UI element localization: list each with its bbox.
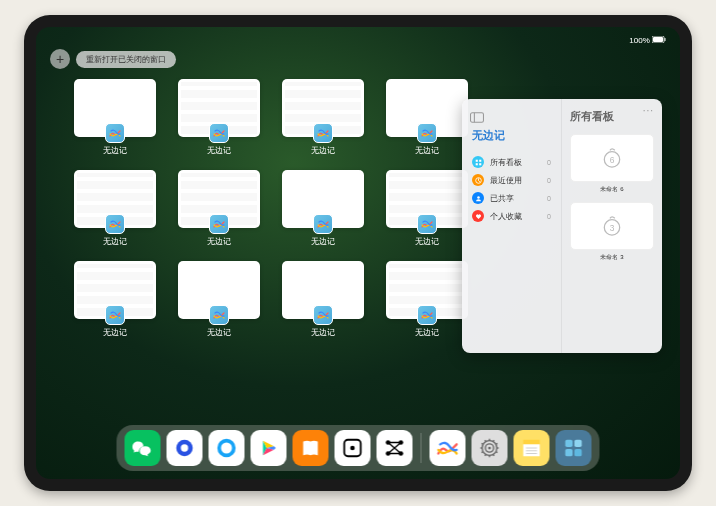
svg-point-10 (477, 196, 480, 199)
new-window-button[interactable]: + (50, 49, 70, 69)
nav-count: 0 (547, 159, 551, 166)
dock-play-icon[interactable] (251, 430, 287, 466)
board-item[interactable]: 6未命名 6 (570, 134, 654, 194)
window-label: 无边记 (103, 236, 127, 247)
reopen-closed-window-button[interactable]: 重新打开已关闭的窗口 (76, 51, 176, 68)
svg-rect-44 (565, 440, 572, 447)
svg-text:6: 6 (610, 155, 615, 165)
window-thumbnail[interactable]: 无边记 (386, 79, 468, 156)
window-thumbnail[interactable]: 无边记 (386, 170, 468, 247)
freeform-app-icon (417, 305, 437, 325)
dock-notes-icon[interactable] (514, 430, 550, 466)
dock (117, 425, 600, 471)
window-thumbnail[interactable]: 无边记 (74, 79, 156, 156)
window-preview (178, 79, 260, 137)
svg-rect-1 (653, 37, 663, 42)
freeform-app-icon (105, 305, 125, 325)
svg-rect-8 (479, 163, 481, 165)
svg-point-26 (488, 447, 491, 450)
freeform-app-icon (105, 214, 125, 234)
nav-label: 最近使用 (490, 175, 522, 186)
svg-rect-3 (471, 113, 484, 122)
svg-line-31 (485, 454, 486, 456)
nav-label: 所有看板 (490, 157, 522, 168)
window-preview (386, 261, 468, 319)
freeform-app-icon (313, 123, 333, 143)
nav-label: 个人收藏 (490, 211, 522, 222)
svg-rect-46 (565, 449, 572, 456)
window-thumbnail[interactable]: 无边记 (282, 261, 364, 338)
sidebar-item-个人收藏[interactable]: 个人收藏0 (470, 207, 553, 225)
window-thumbnail[interactable]: 无边记 (178, 79, 260, 156)
svg-line-37 (493, 440, 494, 442)
nav-count: 0 (547, 177, 551, 184)
nav-icon (472, 210, 484, 222)
window-preview (386, 170, 468, 228)
top-controls: + 重新打开已关闭的窗口 (50, 49, 176, 69)
board-item[interactable]: 3未命名 3 (570, 202, 654, 262)
freeform-app-icon (417, 214, 437, 234)
window-label: 无边记 (103, 327, 127, 338)
nav-icon (472, 192, 484, 204)
dock-books-icon[interactable] (293, 430, 329, 466)
dock-dice-icon[interactable] (335, 430, 371, 466)
svg-text:3: 3 (610, 223, 615, 233)
svg-rect-5 (475, 159, 477, 161)
window-label: 无边记 (311, 236, 335, 247)
svg-rect-2 (665, 38, 666, 41)
dock-wechat-icon[interactable] (125, 430, 161, 466)
window-label: 无边记 (311, 145, 335, 156)
window-thumbnail[interactable]: 无边记 (74, 170, 156, 247)
nav-label: 已共享 (490, 193, 514, 204)
panel-more-icon[interactable]: ··· (643, 105, 654, 116)
freeform-app-icon (209, 214, 229, 234)
window-thumbnail[interactable]: 无边记 (74, 261, 156, 338)
freeform-app-icon (313, 214, 333, 234)
ipad-screen: 100% + 重新打开已关闭的窗口 无边记无边记无边记无边记无边记无边记无边记无… (36, 27, 680, 479)
sidebar-item-最近使用[interactable]: 最近使用0 (470, 171, 553, 189)
window-label: 无边记 (415, 236, 439, 247)
svg-line-38 (496, 443, 498, 444)
board-thumbnail: 3 (570, 202, 654, 250)
window-preview (282, 79, 364, 137)
window-thumbnail[interactable]: 无边记 (282, 170, 364, 247)
dock-apps-folder-icon[interactable] (556, 430, 592, 466)
window-label: 无边记 (311, 327, 335, 338)
window-preview (178, 170, 260, 228)
svg-point-17 (219, 441, 234, 456)
svg-rect-6 (479, 159, 481, 161)
dock-graph-icon[interactable] (377, 430, 413, 466)
window-thumbnail[interactable]: 无边记 (178, 261, 260, 338)
dock-qqbrowser-icon[interactable] (209, 430, 245, 466)
ipad-device-frame: 100% + 重新打开已关闭的窗口 无边记无边记无边记无边记无边记无边记无边记无… (24, 15, 692, 491)
nav-icon (472, 156, 484, 168)
freeform-panel: 无边记 所有看板0最近使用0已共享0个人收藏0 ··· 所有看板 6未命名 63… (462, 99, 662, 353)
dock-freeform-icon[interactable] (430, 430, 466, 466)
window-preview (282, 261, 364, 319)
window-thumbnail[interactable]: 无边记 (386, 261, 468, 338)
window-thumbnail[interactable]: 无边记 (178, 170, 260, 247)
window-label: 无边记 (207, 327, 231, 338)
sidebar-toggle-icon[interactable] (470, 109, 484, 120)
sidebar-item-已共享[interactable]: 已共享0 (470, 189, 553, 207)
svg-point-19 (350, 446, 355, 451)
svg-line-32 (482, 452, 484, 453)
window-preview (74, 170, 156, 228)
status-bar: 100% (36, 33, 680, 47)
svg-rect-47 (574, 449, 581, 456)
panel-sidebar: 无边记 所有看板0最近使用0已共享0个人收藏0 (462, 99, 562, 353)
svg-point-16 (181, 444, 188, 451)
status-battery: 100% (629, 36, 666, 45)
window-preview (282, 170, 364, 228)
window-preview (74, 79, 156, 137)
sidebar-item-所有看板[interactable]: 所有看板0 (470, 153, 553, 171)
freeform-app-icon (209, 123, 229, 143)
svg-rect-45 (574, 440, 581, 447)
window-thumbnail[interactable]: 无边记 (282, 79, 364, 156)
dock-quark-icon[interactable] (167, 430, 203, 466)
window-preview (178, 261, 260, 319)
freeform-app-icon (313, 305, 333, 325)
freeform-app-icon (209, 305, 229, 325)
svg-line-29 (493, 454, 494, 456)
dock-settings-icon[interactable] (472, 430, 508, 466)
